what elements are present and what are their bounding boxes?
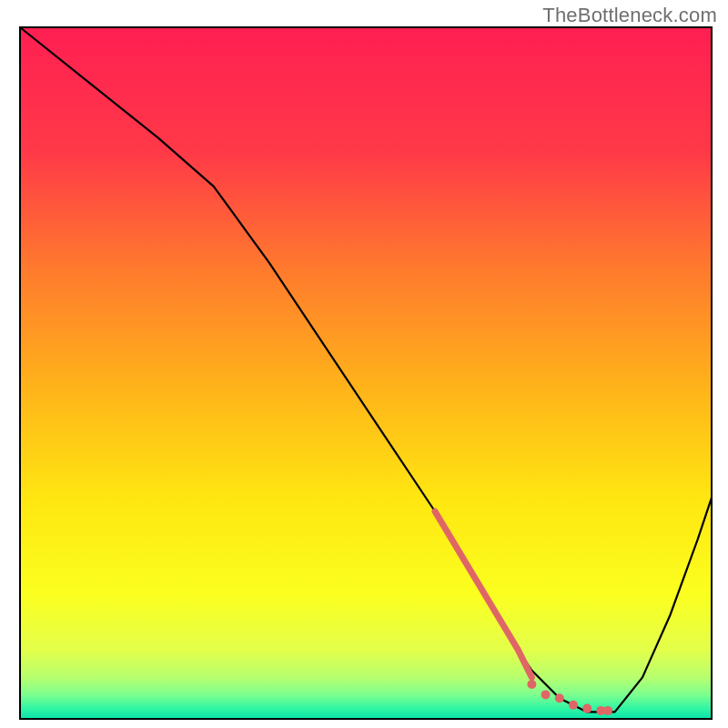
highlight-dot: [603, 706, 612, 715]
gradient-background: [20, 27, 712, 719]
highlight-dot: [582, 704, 592, 713]
watermark-label: TheBottleneck.com: [542, 4, 717, 27]
highlight-dot: [527, 680, 536, 689]
highlight-dot: [541, 690, 551, 699]
highlight-dot: [555, 693, 564, 703]
chart-container: TheBottleneck.com: [0, 0, 728, 728]
bottleneck-chart: [0, 0, 728, 728]
highlight-dot: [569, 701, 578, 710]
